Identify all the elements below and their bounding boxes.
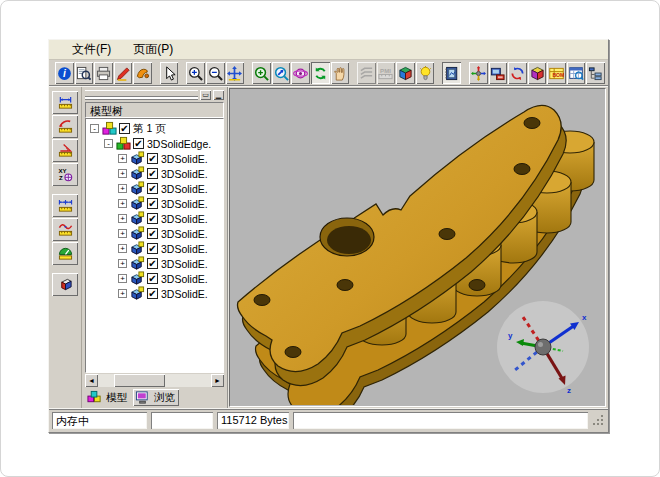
tree-row[interactable]: +✔3DSolidE. bbox=[88, 211, 223, 226]
measure-distance-button[interactable] bbox=[52, 91, 78, 114]
visibility-checkbox[interactable]: ✔ bbox=[119, 123, 130, 134]
expand-icon[interactable]: + bbox=[118, 289, 127, 298]
visibility-checkbox[interactable]: ✔ bbox=[147, 243, 158, 254]
visibility-checkbox[interactable]: ✔ bbox=[147, 258, 158, 269]
scroll-right-arrow[interactable]: ► bbox=[211, 374, 224, 387]
pmi-button[interactable]: PMI bbox=[377, 62, 396, 84]
part-icon bbox=[130, 241, 145, 256]
zoom-out-button[interactable] bbox=[206, 62, 225, 84]
zoom-window-button[interactable] bbox=[252, 62, 271, 84]
expand-icon[interactable]: + bbox=[118, 229, 127, 238]
export-model-button[interactable] bbox=[52, 273, 78, 296]
measure-coordinate-button[interactable]: XYZ bbox=[52, 163, 78, 186]
explode-icon bbox=[471, 66, 486, 81]
scroll-left-arrow[interactable]: ◄ bbox=[85, 374, 98, 387]
tree-row[interactable]: +✔3DSolidE. bbox=[88, 226, 223, 241]
info-button[interactable]: i bbox=[55, 62, 74, 84]
tree-row[interactable]: +✔3DSolidE. bbox=[88, 271, 223, 286]
notebook-view-button[interactable] bbox=[442, 62, 461, 84]
gauge-button[interactable] bbox=[52, 242, 78, 265]
tree-row[interactable]: +✔3DSolidE. bbox=[88, 151, 223, 166]
pan-hand-button[interactable] bbox=[331, 62, 350, 84]
expand-icon[interactable]: + bbox=[118, 199, 127, 208]
bom-button[interactable]: BOM bbox=[547, 62, 566, 84]
fit-window-button[interactable] bbox=[226, 62, 245, 84]
measure-chain-button[interactable] bbox=[52, 194, 78, 217]
measure-angle-button[interactable] bbox=[52, 139, 78, 162]
svg-text:Z: Z bbox=[58, 174, 62, 181]
lighting-button[interactable] bbox=[416, 62, 435, 84]
menu-file[interactable]: 文件(F) bbox=[63, 40, 120, 59]
measure-radius-button[interactable] bbox=[52, 115, 78, 138]
markup-pen-button[interactable] bbox=[114, 62, 133, 84]
tree-row[interactable]: +✔3DSolidE. bbox=[88, 196, 223, 211]
measure-curve-button[interactable] bbox=[52, 218, 78, 241]
expand-icon[interactable]: + bbox=[118, 259, 127, 268]
tree-row[interactable]: +✔3DSolidE. bbox=[88, 256, 223, 271]
tree-row[interactable]: +✔3DSolidE. bbox=[88, 181, 223, 196]
tree-item-label[interactable]: 3DSolidE. bbox=[161, 183, 208, 195]
tree-item-label[interactable]: 3DSolidE. bbox=[161, 198, 208, 210]
tree-row[interactable]: -✔第 1 页 bbox=[88, 121, 223, 136]
panel-drag-grip[interactable] bbox=[85, 90, 198, 97]
tab-browse[interactable]: 浏览 bbox=[133, 389, 179, 406]
visibility-checkbox[interactable]: ✔ bbox=[147, 168, 158, 179]
viewport-3d[interactable]: x y z bbox=[229, 88, 606, 407]
asmpage-icon bbox=[102, 121, 117, 136]
tree-item-label[interactable]: 3DSolidE. bbox=[161, 243, 208, 255]
scroll-thumb[interactable] bbox=[114, 374, 165, 387]
tree-row[interactable]: +✔3DSolidE. bbox=[88, 241, 223, 256]
orientation-widget[interactable]: x y z bbox=[491, 298, 595, 398]
collapse-icon[interactable]: - bbox=[104, 139, 113, 148]
render-style-button[interactable] bbox=[133, 62, 152, 84]
tree-item-label[interactable]: 3DSolidE. bbox=[161, 258, 208, 270]
structure-tree-button[interactable] bbox=[586, 62, 605, 84]
visibility-checkbox[interactable]: ✔ bbox=[147, 273, 158, 284]
expand-icon[interactable]: + bbox=[118, 154, 127, 163]
select-button[interactable] bbox=[160, 62, 179, 84]
expand-icon[interactable]: + bbox=[118, 244, 127, 253]
tree-item-label[interactable]: 3DSolidE. bbox=[161, 213, 208, 225]
print-preview-button[interactable] bbox=[75, 62, 94, 84]
tree-item-label[interactable]: 3DSolidE. bbox=[161, 288, 208, 300]
layers-button[interactable] bbox=[357, 62, 376, 84]
visibility-checkbox[interactable]: ✔ bbox=[147, 183, 158, 194]
tree-row[interactable]: +✔3DSolidE. bbox=[88, 286, 223, 301]
visibility-checkbox[interactable]: ✔ bbox=[147, 198, 158, 209]
print-button[interactable] bbox=[94, 62, 113, 84]
visibility-checkbox[interactable]: ✔ bbox=[147, 288, 158, 299]
animation-button[interactable] bbox=[508, 62, 527, 84]
zoom-in-button[interactable] bbox=[186, 62, 205, 84]
dynamic-zoom-button[interactable] bbox=[272, 62, 291, 84]
expand-icon[interactable]: + bbox=[118, 214, 127, 223]
menu-page[interactable]: 页面(P) bbox=[124, 40, 182, 59]
tree-item-label[interactable]: 3DSolidE. bbox=[161, 168, 208, 180]
explode-button[interactable] bbox=[469, 62, 488, 84]
standard-views-button[interactable] bbox=[396, 62, 415, 84]
tree-item-label[interactable]: 3DSolidE. bbox=[161, 273, 208, 285]
tree-row[interactable]: -✔3DSolidEdge. bbox=[88, 136, 223, 151]
visibility-checkbox[interactable]: ✔ bbox=[147, 228, 158, 239]
visibility-checkbox[interactable]: ✔ bbox=[147, 153, 158, 164]
snapshot-button[interactable] bbox=[489, 62, 508, 84]
tree-item-label[interactable]: 3DSolidE. bbox=[161, 153, 208, 165]
expand-icon[interactable]: + bbox=[118, 184, 127, 193]
visibility-checkbox[interactable]: ✔ bbox=[147, 213, 158, 224]
bom-table-button[interactable] bbox=[567, 62, 586, 84]
collapse-icon[interactable]: - bbox=[90, 124, 99, 133]
tree-item-label[interactable]: 3DSolidE. bbox=[161, 228, 208, 240]
refresh-button[interactable] bbox=[311, 62, 330, 84]
solid-display-button[interactable] bbox=[528, 62, 547, 84]
panel-hide-button[interactable]: ▁ bbox=[213, 90, 224, 100]
scroll-track[interactable] bbox=[98, 374, 211, 387]
tree-row[interactable]: +✔3DSolidE. bbox=[88, 166, 223, 181]
tree-item-label[interactable]: 3DSolidEdge. bbox=[147, 138, 211, 150]
expand-icon[interactable]: + bbox=[118, 274, 127, 283]
visibility-checkbox[interactable]: ✔ bbox=[133, 138, 144, 149]
tree-item-label[interactable]: 第 1 页 bbox=[133, 122, 166, 136]
panel-float-button[interactable]: ▭ bbox=[200, 90, 211, 100]
tab-model[interactable]: 模型 bbox=[85, 389, 131, 406]
resize-grip[interactable] bbox=[592, 412, 605, 429]
orbit-button[interactable] bbox=[291, 62, 310, 84]
expand-icon[interactable]: + bbox=[118, 169, 127, 178]
